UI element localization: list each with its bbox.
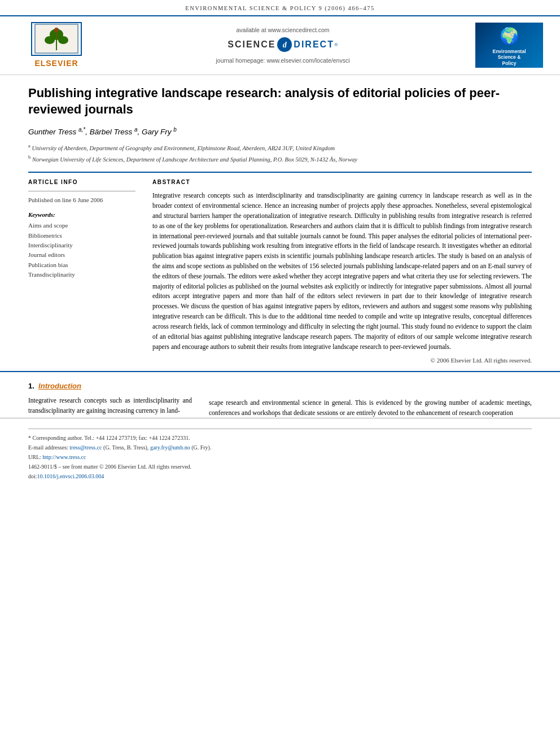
copyright: © 2006 Elsevier Ltd. All rights reserved… [152,356,532,365]
sd-circle-icon: d [277,37,292,52]
article-info: ARTICLE INFO Published on line 6 June 20… [28,178,135,365]
affiliation-b: b Norwegian University of Life Sciences,… [28,154,532,164]
doi-link[interactable]: 10.1016/j.envsci.2006.03.004 [37,473,104,479]
info-divider [28,191,135,191]
url-link[interactable]: http://www.tress.cc [42,454,86,460]
banner: ELSEVIER available at www.sciencedirect.… [0,16,560,76]
introduction-cols: 1. Introduction Integrative research con… [28,372,532,418]
elsevier-logo-section: ELSEVIER [17,22,96,69]
keyword-4: Journal editors [28,251,135,259]
affiliations: a University of Aberdeen, Department of … [28,142,532,164]
affiliation-a: a University of Aberdeen, Department of … [28,142,532,152]
article-body: ARTICLE INFO Published on line 6 June 20… [28,178,532,365]
journal-header: ENVIRONMENTAL SCIENCE & POLICY 9 (2006) … [0,0,560,16]
footer-notes: * Corresponding author. Tel.: +44 1224 2… [0,418,560,487]
journal-homepage: journal homepage: www.elsevier.com/locat… [96,56,470,65]
section-title: Introduction [38,382,81,390]
journal-name: EnvironmentalScience &Policy [492,49,526,66]
intro-text-right: scape research and environmental science… [209,398,532,418]
intro-text-left: Integrative research concepts such as in… [28,396,192,416]
journal-header-text: ENVIRONMENTAL SCIENCE & POLICY 9 (2006) … [185,5,374,11]
intro-col-right: scape research and environmental science… [209,372,532,418]
authors: Gunther Tress a,*, Bärbel Tress a, Gary … [28,125,532,137]
abstract-section: ABSTRACT Integrative research concepts s… [152,178,532,365]
elsevier-logo-box [31,22,82,56]
issn-note: 1462-9011/$ – see front matter © 2006 El… [28,462,532,471]
svg-point-4 [45,36,55,44]
elsevier-text: ELSEVIER [34,58,78,69]
keyword-6: Transdisciplinarity [28,270,135,279]
bottom-section: 1. Introduction Integrative research con… [0,371,560,418]
keywords-label: Keywords: [28,211,135,219]
abstract-text: Integrative research concepts such as in… [152,191,532,352]
banner-center: available at www.sciencedirect.com SCIEN… [96,26,470,65]
corresponding-author-note: * Corresponding author. Tel.: +44 1224 2… [28,434,532,442]
page: ENVIRONMENTAL SCIENCE & POLICY 9 (2006) … [0,0,560,487]
svg-point-5 [58,36,68,44]
title-divider [28,172,532,173]
article-title: Publishing integrative landscape researc… [28,85,532,117]
journal-logo-box: 🌍 EnvironmentalScience &Policy [475,23,543,68]
registered-symbol: ® [334,41,338,49]
doi-note: doi:10.1016/j.envsci.2006.03.004 [28,472,532,480]
author-gunther: Gunther Tress a,*, Bärbel Tress a, Gary … [28,128,177,136]
article-info-header: ARTICLE INFO [28,178,135,186]
science-text: SCIENCE [228,38,275,51]
email-fry[interactable]: gary.fry@umb.no [150,444,190,451]
url-note: URL: http://www.tress.cc [28,453,532,461]
keyword-1: Aims and scope [28,221,135,230]
main-content: Publishing integrative landscape researc… [0,75,560,370]
keyword-3: Interdisciplinarity [28,241,135,250]
globe-icon: 🌍 [500,25,519,47]
keyword-2: Bibliometrics [28,231,135,240]
journal-logo-section: 🌍 EnvironmentalScience &Policy [470,23,543,68]
email-note: E-mail addresses: tress@tress.cc (G. Tre… [28,443,532,452]
elsevier-tree-icon [34,23,79,54]
intro-heading: 1. Introduction [28,381,192,391]
intro-col-left: 1. Introduction Integrative research con… [28,372,192,418]
abstract-header: ABSTRACT [152,178,532,186]
sciencedirect-logo: SCIENCE d DIRECT ® [96,37,470,52]
email-tress[interactable]: tress@tress.cc [69,444,102,451]
direct-text: DIRECT [294,38,334,51]
section-number: 1. [28,382,34,390]
footer-divider [28,429,532,429]
published-date: Published on line 6 June 2006 [28,196,135,204]
svg-point-6 [54,28,59,32]
keyword-5: Publication bias [28,261,135,269]
available-text: available at www.sciencedirect.com [96,26,470,34]
elsevier-logo: ELSEVIER [17,22,96,69]
